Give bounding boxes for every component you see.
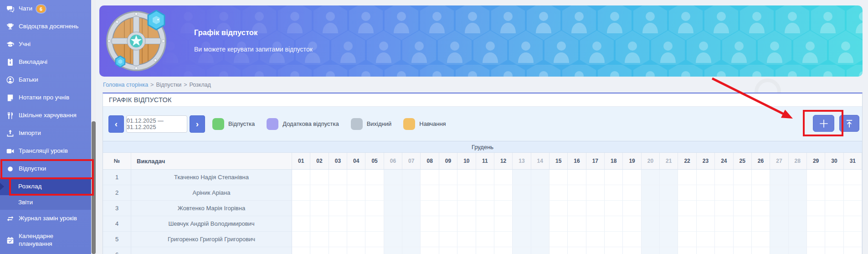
schedule-day-cell: [476, 247, 494, 254]
sidebar-item-substitution-journal[interactable]: Журнал замін уроків: [0, 210, 91, 228]
schedule-day-cell: [752, 216, 770, 232]
sidebar-item-calendar-planning[interactable]: Календарне планування: [0, 228, 91, 253]
schedule-day-cell: [292, 201, 310, 216]
legend-item: Вихідний: [351, 118, 392, 130]
export-button[interactable]: [839, 115, 859, 132]
schedule-day-cell: [642, 247, 660, 254]
breadcrumb-separator: >: [150, 82, 154, 88]
schedule-day-cell: [752, 185, 770, 201]
day-header-27: 27: [770, 153, 788, 169]
schedule-day-cell: [678, 201, 696, 216]
legend-item: Додаткова відпустка: [267, 118, 339, 130]
sidebar-item-school-meals[interactable]: Шкільне харчування: [0, 107, 91, 124]
prev-period-button[interactable]: ‹: [108, 115, 124, 133]
day-header-25: 25: [734, 153, 752, 169]
banner-title: Графік відпусток: [194, 28, 257, 37]
schedule-day-cell: [384, 201, 402, 216]
schedule-day-cell: [476, 185, 494, 201]
day-header-19: 19: [623, 153, 641, 169]
header-cell-teacher: Викладач: [131, 153, 292, 169]
schedule-day-cell: [365, 247, 384, 254]
add-vacation-button[interactable]: [813, 115, 834, 132]
schedule-day-cell: [807, 185, 825, 201]
next-period-button[interactable]: ›: [190, 115, 205, 133]
schedule-day-cell: [457, 170, 476, 185]
legend-item: Навчання: [403, 118, 446, 130]
schedule-day-cell: [660, 247, 678, 254]
sidebar-item-vacations[interactable]: Відпустки: [0, 160, 91, 178]
schedule-day-cell: [844, 201, 862, 216]
export-icon: [844, 119, 854, 129]
schedule-day-cell: [734, 170, 752, 185]
schedule-day-cell: [770, 201, 788, 216]
schedule-day-cell: [789, 216, 807, 232]
schedule-day-cell: [697, 170, 715, 185]
schedule-day-cell: [697, 201, 715, 216]
schedule-day-cell: [347, 216, 365, 232]
schedule-day-cell: [678, 247, 696, 254]
graduation-cap-icon: [5, 40, 15, 49]
schedule-day-cell: [586, 170, 605, 185]
date-range-input[interactable]: 01.12.2025 — 31.12.2025: [126, 115, 187, 133]
schedule-day-cell: [605, 232, 623, 247]
teacher-name-cell: [131, 247, 292, 254]
sidebar-item-teachers[interactable]: Викладачі: [0, 53, 91, 71]
schedule-day-cell: [697, 216, 715, 232]
schedule-day-cell: [568, 232, 586, 247]
schedule-day-cell: [807, 216, 825, 232]
schedule-day-cell: [476, 232, 494, 247]
schedule-day-cell: [292, 185, 310, 201]
schedule-day-cell: [550, 170, 568, 185]
schedule-day-cell: [623, 232, 641, 247]
schedule-day-cell: [586, 232, 605, 247]
legend-swatch: [267, 118, 278, 130]
schedule-day-cell: [550, 216, 568, 232]
schedule-day-cell: [678, 185, 696, 201]
sidebar-item-imports[interactable]: Імпорти: [0, 124, 91, 142]
schedule-day-cell: [605, 170, 623, 185]
schedule-day-cell: [660, 170, 678, 185]
schedule-day-cell: [789, 247, 807, 254]
schedule-day-cell: [623, 185, 641, 201]
schedule-day-cell: [568, 216, 586, 232]
schedule-day-cell: [329, 170, 347, 185]
legend-swatch: [212, 118, 224, 130]
sidebar-scrollbar-thumb[interactable]: [92, 121, 96, 254]
schedule-day-cell: [365, 216, 384, 232]
schedule-day-cell: [844, 216, 862, 232]
schedule-day-cell: [402, 201, 421, 216]
schedule-day-cell: [844, 232, 862, 247]
schedule-day-cell: [642, 232, 660, 247]
schedule-day-cell: [384, 185, 402, 201]
schedule-day-cell: [678, 170, 696, 185]
breadcrumb-item[interactable]: Головна сторінка: [103, 82, 148, 88]
schedule-day-cell: [586, 216, 605, 232]
schedule-day-cell: [292, 232, 310, 247]
sidebar-item-reports[interactable]: Звіти: [0, 195, 91, 210]
sidebar-item-students[interactable]: Учні: [0, 36, 91, 53]
schedule-day-cell: [678, 232, 696, 247]
header-cell-number: №: [103, 153, 131, 169]
schedule-day-cell: [642, 170, 660, 185]
schedule-day-cell: [770, 247, 788, 254]
sidebar-item-lesson-broadcasts[interactable]: Трансляції уроків: [0, 142, 91, 160]
schedule-day-cell: [825, 201, 843, 216]
day-header-08: 08: [421, 153, 439, 169]
sidebar-item-schedule[interactable]: Розклад: [0, 178, 91, 195]
sidebar-item-label: Звіти: [18, 199, 33, 207]
sidebar-item-chats[interactable]: Чати6: [0, 0, 91, 18]
day-header-23: 23: [697, 153, 715, 169]
schedule-day-cell: [292, 247, 310, 254]
schedule-day-cell: [770, 232, 788, 247]
sidebar-item-certificates[interactable]: Свідоцтва досягнень: [0, 18, 91, 36]
sidebar-item-student-notes[interactable]: Нотатки про учнів: [0, 89, 91, 107]
schedule-day-cell: [347, 170, 365, 185]
sidebar-scrollbar[interactable]: [91, 0, 96, 254]
legend-label: Навчання: [419, 120, 446, 127]
schedule-day-cell: [807, 232, 825, 247]
schedule-day-cell: [421, 201, 439, 216]
sidebar-item-parents[interactable]: Батьки: [0, 71, 91, 89]
day-header-06: 06: [384, 153, 402, 169]
row-number-cell: 6: [103, 247, 131, 254]
schedule-day-cell: [329, 201, 347, 216]
